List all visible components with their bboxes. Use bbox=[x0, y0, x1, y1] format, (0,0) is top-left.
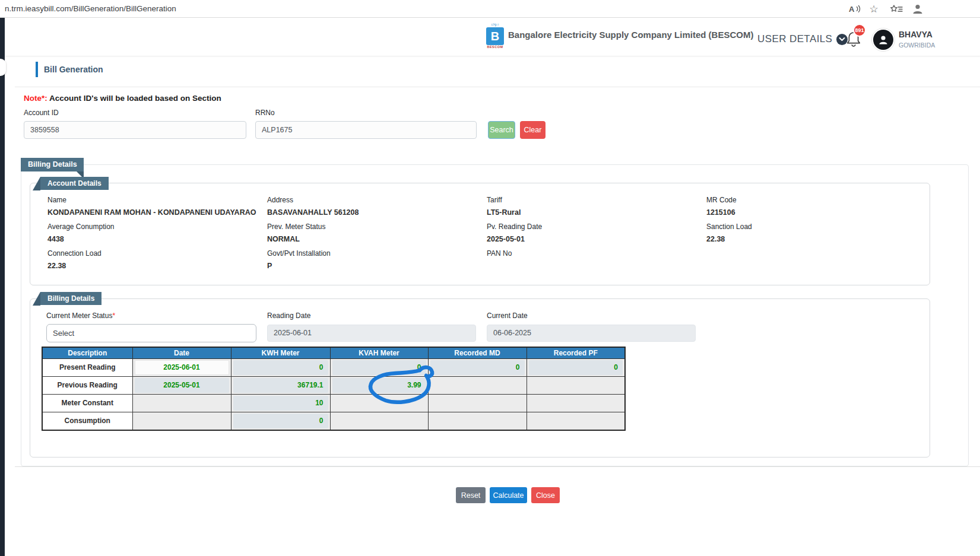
logo-kannada-text: ಬೆಸ್ಕಾಂ bbox=[484, 23, 506, 27]
calculate-button[interactable]: Calculate bbox=[490, 487, 527, 503]
user-details-dropdown[interactable]: USER DETAILS bbox=[757, 33, 848, 45]
user-subtitle: GOWRIBIDA bbox=[899, 42, 935, 49]
current-date-label: Current Date bbox=[487, 312, 528, 320]
user-details-label: USER DETAILS bbox=[757, 33, 832, 45]
account-id-input[interactable] bbox=[24, 121, 246, 139]
field-average-consumption: Average Conumption4438 bbox=[47, 223, 267, 244]
table-header-row: Description Date KWH Meter KVAH Meter Re… bbox=[42, 347, 625, 358]
present-reading-date[interactable]: 2025-06-01 bbox=[135, 360, 229, 375]
present-reading-kvah[interactable]: 0 bbox=[332, 360, 426, 375]
col-description: Description bbox=[42, 347, 132, 358]
meter-readings-table: Description Date KWH Meter KVAH Meter Re… bbox=[42, 347, 626, 431]
present-reading-pf[interactable]: 0 bbox=[529, 360, 623, 375]
meter-constant-date bbox=[132, 394, 231, 412]
collections-icon[interactable] bbox=[889, 2, 903, 15]
bescom-logo: ಬೆಸ್ಕಾಂ B BESCOM bbox=[484, 23, 506, 49]
consumption-date bbox=[132, 412, 231, 430]
current-meter-status-label: Current Meter Status* bbox=[46, 312, 115, 320]
field-pv-reading-date: Pv. Reading Date2025-05-01 bbox=[487, 223, 706, 244]
present-reading-kwh[interactable]: 0 bbox=[233, 360, 328, 375]
col-recorded-pf: Recorded PF bbox=[527, 347, 625, 358]
field-pan-no: PAN No bbox=[487, 249, 706, 271]
meter-constant-pf bbox=[527, 394, 625, 412]
account-id-label: Account ID bbox=[24, 109, 59, 117]
previous-reading-pf bbox=[527, 376, 625, 394]
title-accent-bar bbox=[36, 62, 38, 77]
reset-button[interactable]: Reset bbox=[456, 487, 486, 503]
browser-address-bar[interactable]: n.trm.ieasybill.com/BillGeneration/BillG… bbox=[0, 0, 980, 18]
svg-text:A: A bbox=[849, 5, 855, 14]
meter-constant-md bbox=[428, 394, 527, 412]
consumption-pf bbox=[527, 412, 625, 430]
note-prefix: Note*: bbox=[24, 94, 47, 103]
field-mr-code: MR Code1215106 bbox=[706, 196, 920, 217]
previous-reading-kvah: 3.99 bbox=[332, 378, 426, 393]
avatar-person-icon bbox=[873, 30, 893, 50]
previous-reading-kwh: 36719.1 bbox=[233, 378, 328, 393]
col-date: Date bbox=[132, 347, 231, 358]
previous-reading-md bbox=[428, 376, 527, 394]
field-prev-meter-status: Prev. Meter StatusNORMAL bbox=[267, 223, 487, 244]
account-details-grid: NameKONDAPANENI RAM MOHAN - KONDAPANENI … bbox=[47, 196, 920, 276]
header-divider bbox=[15, 87, 980, 87]
user-name: BHAVYA bbox=[899, 30, 933, 39]
notifications-bell[interactable]: 891 bbox=[845, 30, 867, 51]
page-root: n.trm.ieasybill.com/BillGeneration/BillG… bbox=[0, 0, 980, 556]
consumption-kvah bbox=[330, 412, 428, 430]
note-text: Account ID's will be loaded based on Sec… bbox=[47, 94, 221, 103]
field-tariff: TariffLT5-Rural bbox=[487, 196, 706, 217]
rrno-input[interactable] bbox=[255, 121, 477, 139]
reading-date-input: 2025-06-01 bbox=[267, 325, 476, 342]
billing-details-panel-tab: Billing Details bbox=[21, 158, 84, 171]
row-previous-reading: Previous Reading 2025-05-01 36719.1 3.99 bbox=[42, 376, 625, 394]
consumption-kwh: 0 bbox=[233, 414, 328, 428]
field-address: AddressBASAVANAHALLY 561208 bbox=[267, 196, 487, 217]
meter-constant-kvah bbox=[330, 394, 428, 412]
row-meter-constant: Meter Constant 10 bbox=[42, 394, 625, 412]
org-title: Bangalore Electricity Supply Company Lim… bbox=[508, 30, 753, 40]
note-line: Note*: Account ID's will be loaded based… bbox=[24, 94, 221, 103]
rrno-label: RRNo bbox=[255, 109, 275, 117]
field-connection-load: Connection Load22.38 bbox=[47, 249, 267, 271]
col-recorded-md: Recorded MD bbox=[428, 347, 527, 358]
clear-button[interactable]: Clear bbox=[520, 121, 545, 139]
meter-constant-kwh: 10 bbox=[233, 396, 328, 411]
col-kvah-meter: KVAH Meter bbox=[330, 347, 428, 358]
col-kwh-meter: KWH Meter bbox=[231, 347, 330, 358]
consumption-md bbox=[428, 412, 527, 430]
present-reading-label: Present Reading bbox=[42, 358, 132, 376]
field-name: NameKONDAPANENI RAM MOHAN - KONDAPANENI … bbox=[47, 196, 267, 217]
previous-reading-label: Previous Reading bbox=[42, 376, 132, 394]
notification-count-badge: 891 bbox=[853, 24, 866, 37]
logo-mark: B bbox=[486, 27, 504, 45]
reading-date-label: Reading Date bbox=[267, 312, 310, 320]
read-aloud-icon[interactable]: A bbox=[848, 2, 862, 15]
favorite-star-icon[interactable]: ☆ bbox=[867, 2, 881, 15]
page-title: Bill Generation bbox=[44, 65, 103, 74]
field-govt-pvt-installation: Govt/Pvt InstallationP bbox=[267, 249, 487, 271]
profile-icon[interactable] bbox=[911, 2, 925, 15]
close-button[interactable]: Close bbox=[531, 487, 560, 503]
user-avatar[interactable] bbox=[871, 28, 895, 52]
previous-reading-date: 2025-05-01 bbox=[135, 378, 229, 393]
collapsed-sidebar bbox=[0, 18, 5, 556]
url-text[interactable]: n.trm.ieasybill.com/BillGeneration/BillG… bbox=[5, 0, 176, 18]
field-sanction-load: Sanction Load22.38 bbox=[706, 223, 920, 244]
current-meter-status-select[interactable]: Select bbox=[46, 324, 256, 342]
sidebar-toggle-handle[interactable] bbox=[0, 59, 6, 76]
meter-constant-label: Meter Constant bbox=[42, 394, 132, 412]
billing-details-tab: Billing Details bbox=[40, 292, 102, 305]
row-consumption: Consumption 0 bbox=[42, 412, 625, 430]
panel-bottom-divider bbox=[15, 466, 980, 467]
logo-caption: BESCOM bbox=[484, 45, 506, 49]
present-reading-md[interactable]: 0 bbox=[430, 360, 525, 375]
row-present-reading: Present Reading 2025-06-01 0 0 0 0 bbox=[42, 358, 625, 376]
search-button[interactable]: Search bbox=[488, 121, 515, 139]
required-mark: * bbox=[112, 312, 115, 320]
current-date-input: 06-06-2025 bbox=[487, 325, 696, 342]
action-buttons: Reset Calculate Close bbox=[456, 487, 560, 503]
consumption-label: Consumption bbox=[42, 412, 132, 430]
account-details-tab: Account Details bbox=[40, 177, 109, 190]
